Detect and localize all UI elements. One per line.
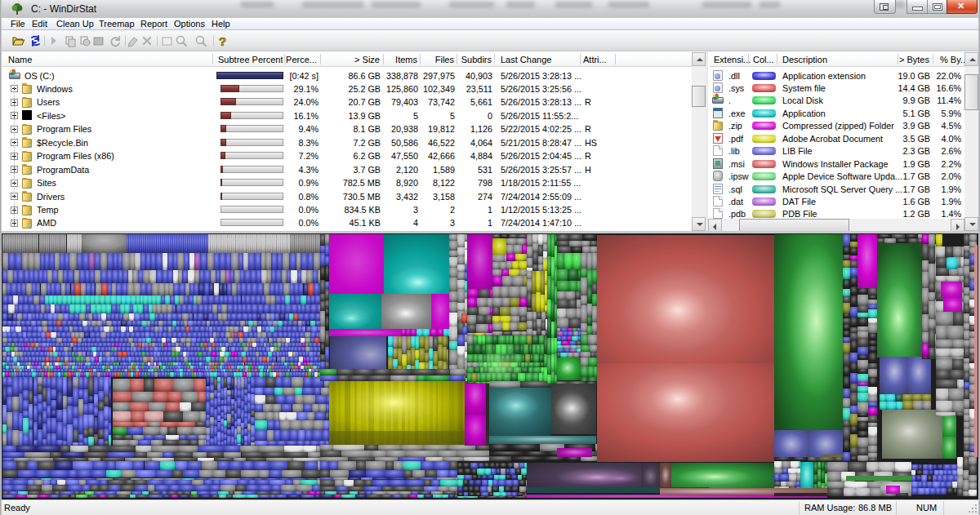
svg-text:?: ?: [219, 34, 226, 48]
